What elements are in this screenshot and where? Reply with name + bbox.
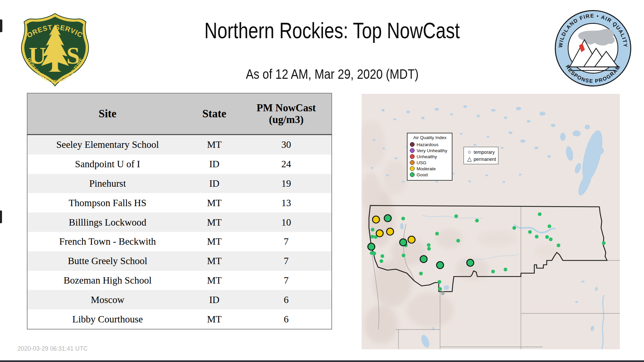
bottom-edge-bar xyxy=(0,360,644,362)
site-cell: French Town - Beckwith xyxy=(27,232,187,251)
permanent-monitor-dot xyxy=(435,232,439,236)
table-row: Butte Greely SchoolMT7 xyxy=(27,251,332,271)
page-edge-artifact xyxy=(0,210,2,223)
aqi-legend-label: Unhealthy xyxy=(417,154,437,159)
column-header-site: Site xyxy=(27,93,187,135)
state-cell: MT xyxy=(187,213,241,232)
site-cell: Pinehurst xyxy=(27,174,187,193)
value-cell: 6 xyxy=(241,290,332,309)
table-row: Bozeman High SchoolMT7 xyxy=(27,271,332,290)
state-cell: ID xyxy=(187,290,241,309)
aqi-color-dot xyxy=(410,166,415,171)
table-header-row: Site State PM NowCast (ug/m3) xyxy=(27,93,332,135)
aqi-legend: Air Quality Index HazardousVery Unhealth… xyxy=(407,133,452,181)
aqi-color-dot xyxy=(410,148,415,153)
table-body: Seeley Elementary SchoolMT30Sandpoint U … xyxy=(27,135,332,329)
nowcast-table: Site State PM NowCast (ug/m3) Seeley Ele… xyxy=(27,93,332,329)
temporary-monitor-circle xyxy=(376,230,383,237)
permanent-monitor-dot xyxy=(528,230,532,234)
temporary-circle-icon: ○ xyxy=(467,149,472,155)
permanent-monitor-dot xyxy=(380,259,383,263)
column-header-pm-nowcast-text: PM NowCast (ug/m3) xyxy=(256,102,316,126)
column-header-pm-nowcast: PM NowCast (ug/m3) xyxy=(241,93,332,135)
value-cell: 7 xyxy=(241,251,332,271)
map-canvas xyxy=(362,94,620,349)
permanent-monitor-dot xyxy=(438,280,441,284)
state-cell: MT xyxy=(187,271,241,290)
state-cell: MT xyxy=(187,251,241,271)
state-cell: MT xyxy=(187,135,241,155)
temporary-monitor-circle xyxy=(400,239,407,246)
temporary-monitor-circle xyxy=(408,236,415,243)
permanent-monitor-dot xyxy=(549,238,553,241)
permanent-monitor-dot xyxy=(381,254,384,258)
site-cell: Sandpoint U of I xyxy=(27,155,187,174)
temporary-monitor-circle xyxy=(387,228,394,235)
permanent-monitor-dot xyxy=(557,244,560,247)
permanent-triangle-icon: △ xyxy=(467,156,472,162)
page-edge-artifact xyxy=(0,19,2,32)
permanent-monitor-dot xyxy=(457,239,460,243)
temporary-monitor-circle xyxy=(467,259,474,266)
value-cell: 7 xyxy=(241,271,332,290)
state-cell: ID xyxy=(187,155,241,174)
aqi-legend-item: Very Unhealthy xyxy=(410,147,450,154)
permanent-monitor-dot xyxy=(548,225,551,228)
usfs-logo: FOREST SERVICE DEPARTMENT OF AGRICULTURE… xyxy=(18,12,92,88)
aqi-color-dot xyxy=(410,154,415,159)
permanent-monitor-dot xyxy=(371,235,374,239)
value-cell: 6 xyxy=(241,309,332,329)
table-row: Billlings LockwoodMT10 xyxy=(27,213,332,232)
aqi-color-dot xyxy=(410,160,415,165)
value-cell: 24 xyxy=(241,155,332,174)
aqi-legend-item: Good xyxy=(410,172,450,178)
site-cell: Billlings Lockwood xyxy=(27,213,187,232)
aqi-legend-title: Air Quality Index xyxy=(410,135,450,140)
permanent-monitor-dot xyxy=(454,215,458,218)
wfaqrp-logo: WILDLAND FIRE • AIR QUALITY RESPONSE PRO… xyxy=(554,9,632,87)
generated-timestamp: 2020-03-29 06:31:41 UTC xyxy=(17,345,88,352)
aqi-legend-item: USG xyxy=(410,160,450,166)
aqi-color-dot xyxy=(410,142,415,147)
column-header-state: State xyxy=(187,93,241,135)
permanent-monitor-dot xyxy=(491,270,495,274)
table-row: Libby CourthouseMT6 xyxy=(27,309,332,329)
state-cell: ID xyxy=(187,174,241,193)
map-background xyxy=(362,94,620,349)
permanent-monitor-dot xyxy=(419,272,423,276)
permanent-monitor-dot xyxy=(538,213,542,216)
temporary-monitor-circle xyxy=(420,256,427,263)
usfs-letter-s: S xyxy=(66,42,80,69)
value-cell: 30 xyxy=(241,135,332,155)
permanent-monitor-dot xyxy=(402,254,406,257)
site-cell: Libby Courthouse xyxy=(27,309,187,329)
page-subtitle: As of 12 AM, Mar 29, 2020 (MDT) xyxy=(246,66,419,82)
permanent-monitor-dot xyxy=(371,228,375,232)
permanent-monitor-dot xyxy=(602,241,606,245)
dashboard-page: FOREST SERVICE DEPARTMENT OF AGRICULTURE… xyxy=(0,0,644,362)
permanent-monitor-dot xyxy=(475,219,479,223)
aqi-color-dot xyxy=(410,172,415,177)
permanent-monitor-dot xyxy=(373,252,376,255)
marker-type-legend: ○ temporary △ permanent xyxy=(464,147,498,164)
site-cell: Seeley Elementary School xyxy=(27,135,187,155)
aqi-legend-label: Very Unhealthy xyxy=(417,148,447,153)
permanent-monitor-dot xyxy=(535,235,539,239)
table-row: Sandpoint U of IID24 xyxy=(27,155,332,174)
aqi-legend-label: USG xyxy=(417,160,426,165)
state-cell: MT xyxy=(187,232,241,251)
permanent-monitor-dot xyxy=(427,247,431,251)
temporary-legend-row: ○ temporary xyxy=(467,148,498,156)
site-cell: Bozeman High School xyxy=(27,271,187,290)
value-cell: 10 xyxy=(241,213,332,232)
table-row: French Town - BeckwithMT7 xyxy=(27,232,332,251)
aqi-legend-item: Unhealthy xyxy=(410,154,450,160)
permanent-monitor-dot xyxy=(401,217,405,221)
page-title: Northern Rockies: Top NowCast xyxy=(204,17,460,43)
permanent-monitor-dot xyxy=(438,287,442,291)
permanent-label: permanent xyxy=(474,157,496,162)
permanent-monitor-dot xyxy=(545,235,549,239)
aqi-legend-label: Hazardous xyxy=(417,142,438,147)
value-cell: 7 xyxy=(241,232,332,251)
site-cell: Butte Greely School xyxy=(27,251,187,271)
